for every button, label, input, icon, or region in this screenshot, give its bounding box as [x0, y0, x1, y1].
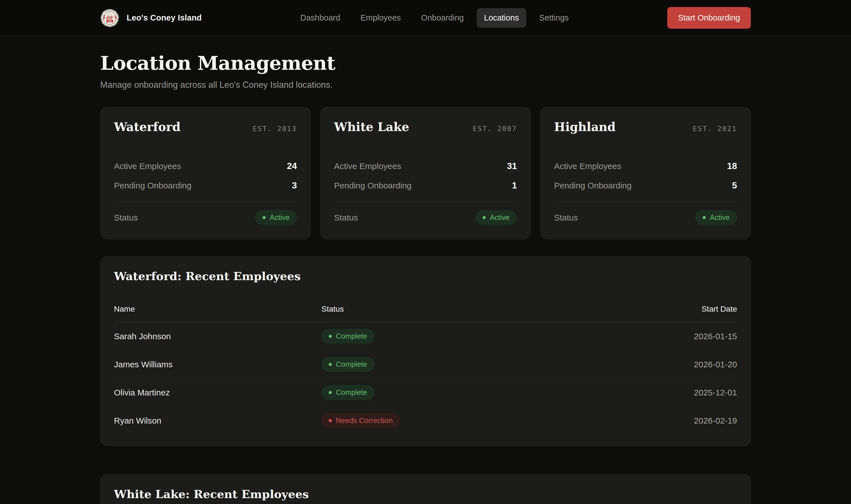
panel-title: Waterford: Recent Employees [114, 269, 737, 283]
status-dot-icon [329, 391, 332, 394]
stat-pending-onboarding: Pending Onboarding 5 [554, 176, 737, 195]
nav-item-employees[interactable]: Employees [353, 8, 408, 28]
page-subtitle: Manage onboarding across all Leo's Coney… [100, 80, 751, 90]
status-badge: Complete [321, 329, 374, 344]
divider [554, 202, 737, 203]
location-name: Waterford [114, 120, 181, 134]
pending-onboarding-value: 3 [292, 180, 297, 191]
stat-active-employees: Active Employees 31 [334, 156, 517, 176]
active-employees-value: 18 [727, 161, 737, 171]
employee-name: Olivia Martinez [114, 381, 321, 404]
location-established: EST. 2013 [253, 125, 297, 133]
white-lake-recent-employees-panel: White Lake: Recent Employees Name Status… [100, 474, 751, 504]
nav-item-settings[interactable]: Settings [532, 8, 576, 28]
status-badge: Complete [321, 385, 374, 400]
brand-logo-icon: Leo’s CONEY ISLAND WHITE LAKE 2007 • HIG… [100, 8, 119, 28]
brand-name: Leo's Coney Island [127, 13, 202, 22]
start-date: 2025-12-01 [650, 381, 737, 404]
status-badge: Complete [321, 357, 374, 372]
location-name: White Lake [334, 120, 409, 134]
status-badge: Active [475, 210, 517, 225]
nav-item-dashboard[interactable]: Dashboard [293, 8, 348, 28]
location-card-waterford: Waterford EST. 2013 Active Employees 24 … [100, 107, 311, 239]
stat-pending-onboarding: Pending Onboarding 3 [114, 176, 297, 195]
table-row: Ryan Wilson Needs Correction 2026-02-19 [114, 407, 737, 434]
employees-table: Name Status Start Date Sarah Johnson Com… [114, 305, 737, 434]
location-name: Highland [554, 120, 616, 134]
waterford-recent-employees-panel: Waterford: Recent Employees Name Status … [100, 256, 751, 446]
status-badge: Needs Correction [321, 413, 400, 428]
table-row: Olivia Martinez Complete 2025-12-01 [114, 379, 737, 407]
start-date: 2026-01-15 [650, 325, 737, 348]
column-header-name: Name [114, 305, 321, 322]
column-header-status: Status [321, 305, 650, 322]
page-title: Location Management [100, 52, 751, 74]
svg-text:Leo’s: Leo’s [103, 14, 117, 20]
pending-onboarding-value: 1 [512, 180, 517, 191]
panel-title: White Lake: Recent Employees [114, 487, 737, 501]
divider [114, 202, 297, 203]
status-dot-icon [263, 216, 266, 219]
active-employees-value: 24 [287, 161, 297, 171]
stat-active-employees: Active Employees 18 [554, 156, 737, 176]
start-date: 2026-01-20 [650, 353, 737, 376]
column-header-start-date: Start Date [650, 305, 737, 322]
status-dot-icon [329, 335, 332, 338]
status-dot-icon [703, 216, 706, 219]
top-nav: Leo’s CONEY ISLAND WHITE LAKE 2007 • HIG… [0, 0, 851, 36]
status-badge: Active [255, 210, 297, 225]
location-established: EST. 2007 [473, 125, 517, 133]
employee-name: James Williams [114, 353, 321, 376]
table-row: Sarah Johnson Complete 2026-01-15 [114, 322, 737, 350]
status-dot-icon [329, 419, 332, 422]
stat-active-employees: Active Employees 24 [114, 156, 297, 176]
nav-item-locations[interactable]: Locations [477, 8, 526, 28]
location-card-highland: Highland EST. 2021 Active Employees 18 P… [540, 107, 751, 239]
main-nav: Dashboard Employees Onboarding Locations… [293, 8, 576, 28]
stat-status: Status Active [334, 210, 517, 225]
divider [334, 202, 517, 203]
employee-name: Sarah Johnson [114, 325, 321, 348]
table-header-row: Name Status Start Date [114, 305, 737, 322]
status-dot-icon [329, 363, 332, 366]
stat-status: Status Active [554, 210, 737, 225]
stat-pending-onboarding: Pending Onboarding 1 [334, 176, 517, 195]
employee-name: Ryan Wilson [114, 410, 321, 432]
location-card-white-lake: White Lake EST. 2007 Active Employees 31… [320, 107, 531, 239]
nav-item-onboarding[interactable]: Onboarding [414, 8, 471, 28]
brand[interactable]: Leo’s CONEY ISLAND WHITE LAKE 2007 • HIG… [100, 8, 202, 28]
table-row: James Williams Complete 2026-01-20 [114, 350, 737, 379]
svg-text:ISLAND: ISLAND [108, 21, 112, 22]
location-established: EST. 2021 [693, 125, 737, 133]
start-date: 2026-02-19 [650, 410, 737, 432]
pending-onboarding-value: 5 [732, 180, 737, 191]
start-onboarding-button[interactable]: Start Onboarding [667, 7, 751, 29]
active-employees-value: 31 [507, 161, 517, 171]
location-cards: Waterford EST. 2013 Active Employees 24 … [100, 107, 751, 239]
status-badge: Active [695, 210, 737, 225]
status-dot-icon [483, 216, 486, 219]
stat-status: Status Active [114, 210, 297, 225]
